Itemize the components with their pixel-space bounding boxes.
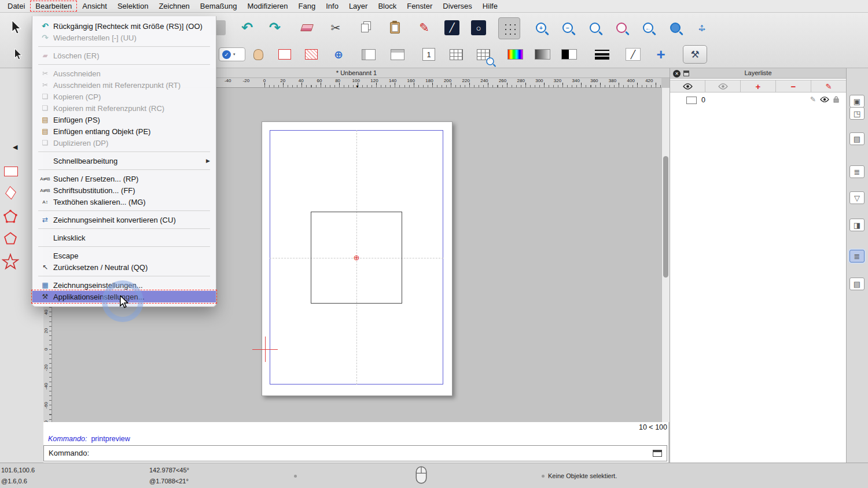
parallelogram-tool-icon[interactable] xyxy=(5,186,16,199)
menu-fang[interactable]: Fang xyxy=(293,1,321,12)
restrict-off-icon[interactable] xyxy=(274,45,295,64)
command-input[interactable]: Kommando: xyxy=(43,445,667,461)
layer-visible-eye-icon[interactable] xyxy=(820,97,829,102)
menu-bema-ung[interactable]: Bemaßung xyxy=(195,1,242,12)
single-document-icon[interactable]: 1 xyxy=(418,45,439,64)
color-selector-icon[interactable] xyxy=(505,45,525,64)
menu-diverses[interactable]: Diverses xyxy=(437,1,477,12)
selection-tool-icon[interactable] xyxy=(6,16,29,39)
panel-top-toggle-icon[interactable] xyxy=(387,45,408,64)
hatch-tool-icon[interactable] xyxy=(301,45,322,64)
menu-zeichnen[interactable]: Zeichnen xyxy=(153,1,194,12)
line-tool-icon[interactable]: ╱ xyxy=(440,16,464,39)
scrollbar-thumb[interactable] xyxy=(663,156,668,278)
menu-item[interactable]: ↖Zurücksetzen / Neutral (QQ) xyxy=(32,261,216,273)
menu-item[interactable]: Escape xyxy=(32,250,216,261)
layer-color-swatch[interactable] xyxy=(686,97,697,104)
layer-list-icon[interactable]: ≣ xyxy=(849,165,865,178)
cut-icon[interactable]: ✂ xyxy=(324,16,347,39)
absolute-polar-coordinate: 142.9787<45° xyxy=(149,467,189,474)
polygon-tool-icon[interactable] xyxy=(3,209,18,224)
linetype-selector-icon[interactable]: ╱ xyxy=(623,45,643,64)
menu-item[interactable]: ▤Einfügen (PS) xyxy=(32,114,216,125)
zoom-in-icon[interactable]: + xyxy=(529,16,553,39)
selection-tool-2-icon[interactable] xyxy=(9,45,30,64)
copy-icon[interactable] xyxy=(353,16,376,39)
pan-hand-icon[interactable] xyxy=(248,45,269,64)
menu-item[interactable]: Linksklick xyxy=(32,232,216,243)
hide-all-layers-button[interactable] xyxy=(705,80,741,92)
zoom-grid-icon[interactable] xyxy=(473,45,494,64)
menu-ansicht[interactable]: Ansicht xyxy=(77,1,112,12)
menubar: DateiBearbeitenAnsichtSelektionZeichnenB… xyxy=(0,0,868,13)
panel-left-toggle-icon[interactable] xyxy=(358,45,379,64)
menu-selektion[interactable]: Selektion xyxy=(112,1,153,12)
menu-modifizieren[interactable]: Modifizieren xyxy=(242,1,293,12)
zoom-window-icon[interactable] xyxy=(610,16,633,39)
menu-item[interactable]: A⇄BSchriftsubstitution... (FF) xyxy=(32,184,216,196)
grid-toggle-icon[interactable] xyxy=(498,17,520,39)
vertical-scrollbar[interactable] xyxy=(661,88,670,422)
lineweight-selector-icon[interactable] xyxy=(591,45,612,64)
menu-block[interactable]: Block xyxy=(373,1,402,12)
menu-item[interactable]: ▤Einfügen entlang Objekt (PE) xyxy=(32,125,216,137)
layer-row[interactable]: 0 ✎ xyxy=(670,95,846,105)
zoom-redraw-icon[interactable] xyxy=(664,16,687,39)
snap-center-icon[interactable]: ⊕ xyxy=(328,45,349,64)
menu-item[interactable]: ⇄Zeichnungseinheit konvertieren (CU) xyxy=(32,214,216,225)
tools-button[interactable]: ⚒ xyxy=(682,45,708,64)
gray-selector-icon[interactable] xyxy=(532,45,553,64)
draw-pen-icon[interactable]: ✎ xyxy=(413,16,436,39)
paste-icon[interactable] xyxy=(383,16,406,39)
edit-layer-button[interactable]: ✎ xyxy=(811,80,846,92)
ruler-label: 60 xyxy=(312,78,326,83)
add-tool-icon[interactable]: + xyxy=(650,45,671,64)
layer-lock-icon[interactable] xyxy=(833,96,839,103)
add-layer-button[interactable]: + xyxy=(741,80,776,92)
zoom-auto-icon[interactable] xyxy=(583,16,606,39)
library-browser-icon[interactable]: ▤ xyxy=(849,278,865,290)
menu-item: ✂Ausschneiden mit Referenzpunkt (RT) xyxy=(32,79,216,91)
menu-item[interactable]: Schnellbearbeitung▶ xyxy=(32,155,216,167)
menu-item-label: Wiederherstellen [-] (UU) xyxy=(53,34,137,42)
zoom-previous-icon[interactable]: ← xyxy=(637,16,660,39)
rectangle-tool-icon[interactable] xyxy=(4,167,18,176)
viewport-icon[interactable]: ▣ xyxy=(849,95,865,108)
show-all-layers-button[interactable] xyxy=(670,80,705,92)
menu-bearbeiten[interactable]: Bearbeiten xyxy=(30,1,77,12)
menu-layer[interactable]: Layer xyxy=(344,1,373,12)
find-replace-icon: A⇄B xyxy=(40,173,50,184)
menu-hilfe[interactable]: Hilfe xyxy=(477,1,503,12)
property-editor-icon[interactable]: ▤ xyxy=(849,132,865,145)
menu-datei[interactable]: Datei xyxy=(2,1,30,12)
blackwhite-selector-icon[interactable] xyxy=(558,45,579,64)
ellipse-tool-icon[interactable]: ○ xyxy=(467,16,490,39)
menu-item-label: Kopieren mit Referenzpunkt (RC) xyxy=(53,104,164,113)
block-list-icon[interactable]: ◨ xyxy=(849,219,865,231)
zoom-out-icon[interactable]: − xyxy=(556,16,579,39)
close-panel-icon[interactable]: ✕ xyxy=(673,70,681,77)
menu-item[interactable]: ↶Rückgängig [Rechteck mit Größe (RS)] (O… xyxy=(32,20,216,32)
command-window-icon[interactable] xyxy=(653,450,662,457)
menu-item[interactable]: A↕Texthöhen skalieren... (MG) xyxy=(32,196,216,208)
menu-fenster[interactable]: Fenster xyxy=(402,1,437,12)
selection-filter-icon[interactable]: ▽ xyxy=(849,191,865,204)
menu-item[interactable]: A⇄BSuchen / Ersetzen... (RP) xyxy=(32,173,216,184)
redo-icon[interactable]: ↷ xyxy=(263,16,286,39)
remove-layer-button[interactable]: − xyxy=(776,80,811,92)
pan-icon[interactable]: ↔↕ xyxy=(690,16,713,39)
erase-icon[interactable] xyxy=(295,16,318,39)
edit-pencil-icon[interactable]: ✎ xyxy=(810,95,816,103)
undo-icon[interactable]: ↶ xyxy=(236,16,259,39)
grid-settings-icon[interactable] xyxy=(446,45,466,64)
command-history-icon[interactable]: ≣ xyxy=(849,250,865,263)
menu-info[interactable]: Info xyxy=(321,1,344,12)
menu-separator xyxy=(32,225,216,232)
isometric-view-icon[interactable]: ◳ xyxy=(849,107,865,120)
collapse-panel-button[interactable]: ◀ xyxy=(13,143,17,151)
drawing-preferences-icon: ▦ xyxy=(40,279,50,291)
detach-panel-icon[interactable] xyxy=(683,71,689,76)
polygon2-tool-icon[interactable] xyxy=(3,231,18,246)
star-tool-icon[interactable] xyxy=(2,253,19,271)
snap-dropdown[interactable]: ✓ ▾ xyxy=(218,45,247,64)
